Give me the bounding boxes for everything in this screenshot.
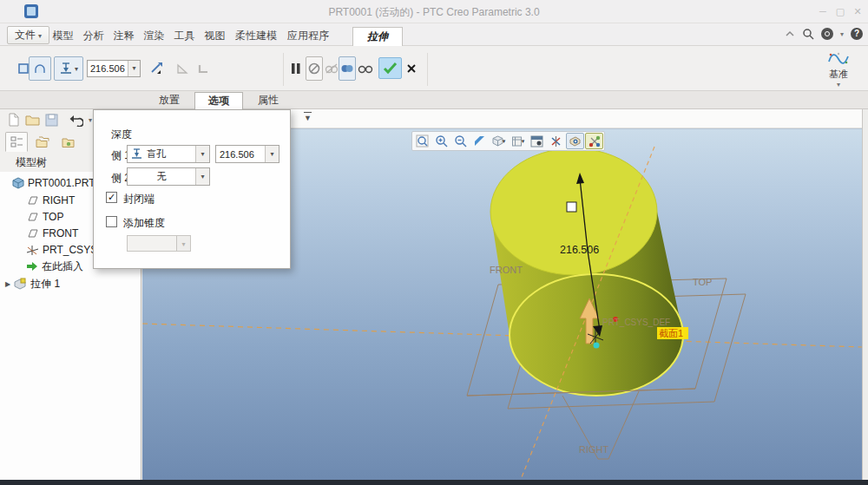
pause-button[interactable] [287,56,305,81]
add-taper-checkbox-unchecked[interactable] [106,216,117,227]
open-folder-icon[interactable] [25,114,40,126]
remove-material-button [171,56,194,81]
tab-tools[interactable]: 工具 [170,28,199,46]
extrude-feature-icon [14,278,27,290]
side2-depth-type-value: 无 [128,170,195,183]
blind-depth-icon [130,147,143,161]
surface-extrude-button[interactable] [29,56,51,81]
no-preview-button[interactable] [306,56,323,81]
tree-item-right-plane[interactable]: RIGHT [26,193,75,208]
minimize-button[interactable]: ─ [816,6,830,16]
depth-value-combobox[interactable]: 216.506 ▾ [87,60,141,77]
favorites-tab[interactable] [57,132,80,152]
new-file-icon[interactable] [7,113,20,127]
tab-applications[interactable]: 应用程序 [283,28,333,46]
tab-properties[interactable]: 属性 [244,92,293,109]
tab-view[interactable]: 视图 [201,28,229,46]
tree-item-part[interactable]: PRT0001.PRT [12,175,95,191]
flip-direction-button[interactable] [144,56,168,81]
unattached-preview-button [323,56,340,81]
ok-button[interactable] [378,57,402,79]
capped-ends-label: 封闭端 [123,192,155,206]
tab-model[interactable]: 模型 [49,28,77,46]
tree-item-insert-here[interactable]: 在此插入 [26,259,83,274]
tree-item-extrude1[interactable]: ▶ 拉伸 1 [5,276,60,292]
verify-button[interactable] [356,56,375,81]
datum-plane-icon [26,212,39,222]
cancel-button[interactable] [403,56,420,81]
zoom-in-button[interactable] [432,133,450,149]
undo-icon[interactable] [69,114,83,127]
attached-preview-icon [340,62,354,75]
tree-item-top-plane[interactable]: TOP [26,209,63,225]
file-menu-button[interactable]: 文件▾ [7,26,49,44]
depth-option-button[interactable]: ▾ [54,56,83,81]
ribbon-tab-bar: 文件▾ 模型 分析 注释 渲染 工具 视图 柔性建模 应用程序 拉伸 ▾ ? [0,23,868,46]
chevron-down-icon[interactable]: ▾ [128,61,140,76]
close-x-icon [406,63,417,74]
chevron-down-icon[interactable]: ▾ [195,146,209,162]
saved-orientations-button[interactable]: ▾ [509,133,527,149]
toolbar-overflow-icon[interactable]: ▼ [304,112,312,123]
tab-annotate[interactable]: 注释 [109,28,138,46]
collapse-ribbon-icon[interactable] [785,29,795,38]
depth-drag-handle[interactable] [567,202,576,212]
capped-ends-checkbox-checked[interactable]: ✓ [106,192,117,203]
attached-preview-button[interactable] [339,56,356,81]
section-label: 截面1 [659,328,683,338]
no-preview-icon [308,62,320,75]
spin-center-button[interactable] [585,133,603,149]
blind-depth-icon [59,62,73,75]
tab-analysis[interactable]: 分析 [79,28,108,46]
chevron-down-icon[interactable]: ▾ [816,81,861,88]
side1-depth-value-combobox[interactable]: 216.506 ▾ [215,145,279,163]
account-icon[interactable] [821,28,833,40]
extrude-dashboard: ▾ 216.506 ▾ 基准 ▾ [0,46,868,91]
expand-arrow-icon[interactable]: ▶ [5,280,10,288]
top-plane-label: TOP [693,277,712,287]
chevron-down-icon[interactable]: ▾ [89,116,92,124]
annotation-display-button[interactable] [566,133,584,149]
tab-placement[interactable]: 放置 [145,92,194,109]
chevron-down-icon: ▾ [522,138,525,145]
datum-display-filters-button[interactable] [547,133,565,149]
view-manager-button[interactable] [528,133,546,149]
repaint-button[interactable] [470,133,489,149]
front-plane-label: FRONT [490,265,523,275]
chevron-down-icon[interactable]: ▾ [265,146,279,162]
datum-plane-icon [26,195,39,206]
chevron-down-icon[interactable]: ▾ [840,30,844,38]
refit-button[interactable] [413,133,431,149]
depth-dimension-text[interactable]: 216.506 [560,244,599,256]
chevron-down-icon[interactable]: ▾ [195,168,209,185]
tab-options[interactable]: 选项 [194,92,243,110]
depth-section-label: 深度 [111,128,132,142]
datum-group[interactable]: 基准 ▾ [816,51,861,89]
restore-button[interactable]: ▢ [833,6,847,17]
side1-depth-type-combobox[interactable]: 盲孔 ▾ [127,145,210,163]
side1-depth-type-value: 盲孔 [143,147,195,161]
datum-plane-icon [26,228,39,239]
tree-item-front-plane[interactable]: FRONT [26,226,78,241]
side1-depth-value: 216.506 [216,149,265,160]
tab-render[interactable]: 渲染 [140,28,168,46]
favorites-icon [62,136,76,148]
save-icon[interactable] [45,114,58,127]
display-style-button[interactable]: ▾ [490,133,508,149]
folders-icon [36,136,49,148]
model-tree-title: 模型树 [16,155,47,170]
tab-flexible-modeling[interactable]: 柔性建模 [231,28,281,46]
thicken-sketch-button [192,56,214,81]
model-tree-tab[interactable] [5,132,28,152]
zoom-out-icon [454,134,467,147]
tab-extrude-active[interactable]: 拉伸 [352,27,403,47]
insert-here-arrow-icon [26,261,38,272]
folder-browser-tab[interactable] [31,132,54,152]
window-right-edge [862,109,868,480]
side2-depth-type-combobox[interactable]: 无 ▾ [127,167,210,186]
search-icon[interactable] [802,28,814,40]
zoom-out-button[interactable] [451,133,470,149]
help-icon[interactable]: ? [851,28,863,40]
close-button[interactable]: ✕ [851,6,865,17]
right-plane-label: RIGHT [579,444,609,455]
